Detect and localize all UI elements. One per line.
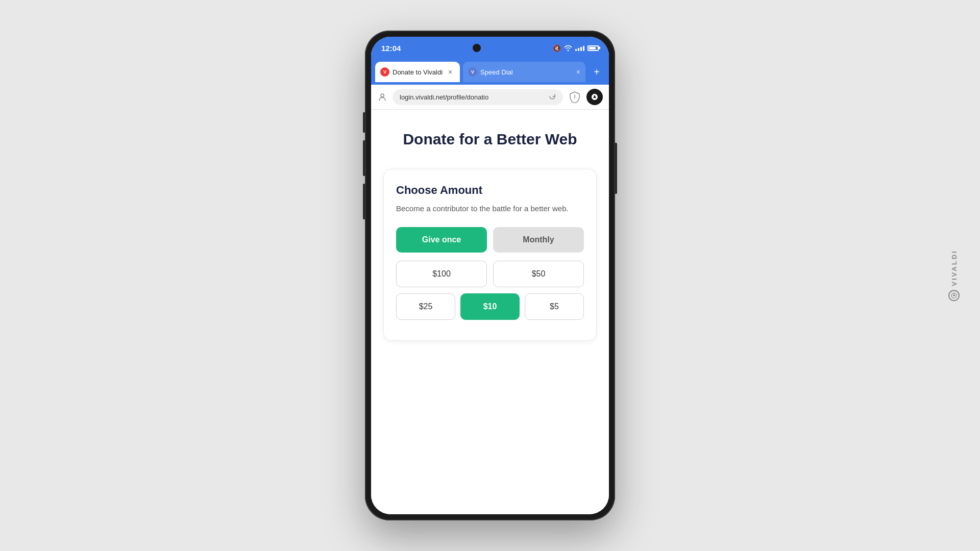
power-button <box>615 143 617 194</box>
donation-card: Choose Amount Become a contributor to th… <box>383 169 597 341</box>
page-content: Donate for a Better Web Choose Amount Be… <box>371 110 609 514</box>
tab-speed-dial-label: Speed Dial <box>480 68 573 76</box>
wifi-icon <box>564 45 572 51</box>
address-bar: login.vivaldi.net/profile/donatio <box>371 85 609 110</box>
vivaldi-brand-icon <box>948 290 960 302</box>
address-url-bar[interactable]: login.vivaldi.net/profile/donatio <box>393 89 563 105</box>
vivaldi-tab-icon-2: V <box>468 67 477 77</box>
monthly-button[interactable]: Monthly <box>493 227 584 253</box>
status-icons: 🔇 <box>553 44 599 52</box>
front-camera <box>473 44 481 52</box>
page-title: Donate for a Better Web <box>383 130 597 148</box>
address-right-icons <box>568 89 603 105</box>
amount-50-button[interactable]: $50 <box>493 261 584 287</box>
phone-frame: 12:04 🔇 <box>365 31 615 520</box>
url-text: login.vivaldi.net/profile/donatio <box>400 93 488 101</box>
amount-10-button[interactable]: $10 <box>460 293 520 320</box>
lock-icon <box>377 92 387 102</box>
amount-row-1: $100 $50 <box>396 261 584 287</box>
card-title: Choose Amount <box>396 184 584 197</box>
volume-up-button <box>363 140 365 176</box>
amount-25-button[interactable]: $25 <box>396 293 455 320</box>
tab-donate-label: Donate to Vivaldi <box>393 68 443 76</box>
frequency-row: Give once Monthly <box>396 227 584 253</box>
vivaldi-brand-text: VIVALDI <box>950 249 958 286</box>
signal-bars <box>575 45 584 51</box>
tab-close-button[interactable]: × <box>446 67 455 77</box>
status-time: 12:04 <box>381 44 401 53</box>
mute-icon: 🔇 <box>553 44 561 52</box>
vivaldi-menu-icon[interactable] <box>586 89 603 105</box>
tab-speed-dial-close[interactable]: × <box>576 68 580 76</box>
tab-bar: V Donate to Vivaldi × V Speed Dial × + <box>371 59 609 85</box>
shield-icon[interactable] <box>568 90 581 104</box>
vivaldi-tab-icon: V <box>380 67 389 77</box>
svg-point-0 <box>381 94 384 97</box>
volume-silent-button <box>363 112 365 133</box>
amount-5-button[interactable]: $5 <box>525 293 584 320</box>
refresh-button[interactable] <box>549 93 556 102</box>
status-bar: 12:04 🔇 <box>371 37 609 59</box>
tab-donate[interactable]: V Donate to Vivaldi × <box>375 62 460 82</box>
add-tab-button[interactable]: + <box>589 64 605 80</box>
volume-down-button <box>363 184 365 219</box>
address-left-icon <box>377 92 387 102</box>
amount-100-button[interactable]: $100 <box>396 261 487 287</box>
phone-screen: 12:04 🔇 <box>371 37 609 514</box>
tab-speed-dial[interactable]: V Speed Dial × <box>463 62 585 82</box>
give-once-button[interactable]: Give once <box>396 227 487 253</box>
vivaldi-watermark: VIVALDI <box>948 249 960 301</box>
battery-icon <box>587 45 599 51</box>
amount-row-2: $25 $10 $5 <box>396 293 584 320</box>
card-subtitle: Become a contributor to the battle for a… <box>396 203 584 215</box>
